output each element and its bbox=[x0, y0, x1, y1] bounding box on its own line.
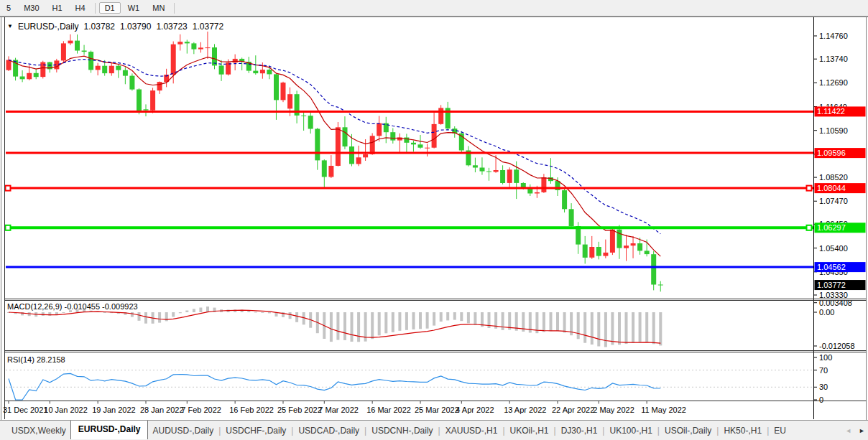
one-click-trading-icon[interactable]: ▼ bbox=[7, 24, 13, 29]
date-axis-label: 25 Feb 2022 bbox=[277, 406, 322, 414]
timeframe-button-W1[interactable]: W1 bbox=[122, 2, 146, 14]
chart-tab-xauusd-h1[interactable]: XAUUSD-,H1 bbox=[441, 423, 502, 439]
chart-close-value: 1.03772 bbox=[193, 22, 223, 32]
toolbar-separator bbox=[174, 3, 175, 14]
timeframe-button-H4[interactable]: H4 bbox=[70, 2, 91, 14]
date-axis-label: 2 May 2022 bbox=[593, 406, 634, 414]
date-axis-label: 16 Feb 2022 bbox=[229, 406, 274, 414]
chart-title: ▼ EURUSD-,Daily 1.03782 1.03790 1.03723 … bbox=[7, 22, 223, 32]
hline-handle[interactable] bbox=[6, 186, 11, 191]
date-axis-label: 11 May 2022 bbox=[641, 406, 686, 414]
rsi-pane-label: RSI(14) 28.2158 bbox=[7, 355, 65, 364]
date-axis-label: 7 Feb 2022 bbox=[181, 406, 221, 414]
macd-axis-label: -0.012058 bbox=[819, 342, 855, 350]
chart-tab-usoil-daily[interactable]: USOil-,Daily bbox=[660, 423, 716, 439]
axis-price-box-1.04562-text: 1.04562 bbox=[817, 263, 846, 271]
tab-scroll-right-icon[interactable]: ► bbox=[859, 427, 865, 434]
toolbar-separator bbox=[95, 3, 96, 14]
hline-handle[interactable] bbox=[807, 225, 812, 230]
date-axis-label: 7 Mar 2022 bbox=[318, 406, 359, 414]
price-axis-label: 1.05400 bbox=[819, 244, 848, 253]
date-axis-label: 10 Jan 2022 bbox=[44, 406, 88, 414]
chart-low-value: 1.03723 bbox=[156, 22, 187, 32]
axis-price-box-1.08044-text: 1.08044 bbox=[817, 184, 846, 192]
date-axis-label: 19 Jan 2022 bbox=[92, 406, 136, 414]
hline-handle[interactable] bbox=[6, 225, 11, 230]
price-axis-label: 1.08520 bbox=[819, 173, 848, 182]
chart-tab-dj30-h1[interactable]: DJ30-,H1 bbox=[557, 423, 602, 439]
rsi-axis-label: 30 bbox=[819, 383, 828, 391]
tab-scroll-left-icon[interactable]: ◄ bbox=[845, 427, 851, 434]
price-axis-label: 1.12690 bbox=[819, 78, 848, 87]
chart-tab-usdcad-daily[interactable]: USDCAD-,Daily bbox=[294, 423, 364, 439]
chart-tab-usdchf-daily[interactable]: USDCHF-,Daily bbox=[221, 423, 290, 439]
chart-tab-bar: USDX,WeeklyEURUSD-,DailyAUDUSD-,Daily|US… bbox=[0, 420, 868, 440]
rsi-indicator-name: RSI(14) bbox=[7, 355, 34, 364]
timeframe-button-5[interactable]: 5 bbox=[1, 2, 17, 14]
chart-tab-ukoil-h1[interactable]: UKOil-,H1 bbox=[506, 423, 553, 439]
date-axis-label: 16 Mar 2022 bbox=[366, 406, 411, 414]
price-axis-label: 1.07470 bbox=[819, 197, 848, 205]
timeframe-button-H1[interactable]: H1 bbox=[47, 2, 68, 14]
axis-price-box-1.11422-text: 1.11422 bbox=[817, 107, 845, 116]
macd-axis-label: 0.00 bbox=[819, 308, 834, 317]
axis-price-box-1.09596-text: 1.09596 bbox=[817, 149, 846, 157]
chart-tab-eurusd-daily[interactable]: EURUSD-,Daily bbox=[70, 420, 149, 439]
current-price-box-text: 1.03772 bbox=[817, 281, 846, 289]
timeframe-button-MN[interactable]: MN bbox=[147, 2, 170, 14]
macd-indicator-name: MACD(12,26,9) bbox=[7, 302, 62, 311]
chart-tab-eu[interactable]: EU bbox=[770, 423, 790, 439]
chart-tab-hk50-h1[interactable]: HK50-,H1 bbox=[719, 423, 766, 439]
date-axis-label: 13 Apr 2022 bbox=[504, 406, 546, 414]
price-axis-label: 1.10590 bbox=[819, 126, 848, 135]
macd-indicator-values: -0.010455 -0.009923 bbox=[64, 302, 137, 311]
chart-window: 1.147601.137401.126901.116401.105901.095… bbox=[0, 17, 868, 420]
chart-tab-audusd-daily[interactable]: AUDUSD-,Daily bbox=[148, 423, 218, 439]
date-axis-label: 25 Mar 2022 bbox=[415, 406, 459, 414]
rsi-axis-label: 0 bbox=[819, 395, 823, 404]
timeframe-button-D1[interactable]: D1 bbox=[99, 2, 121, 14]
chart-open-value: 1.03782 bbox=[84, 22, 115, 32]
chart-canvas[interactable]: 1.147601.137401.126901.116401.105901.095… bbox=[0, 17, 868, 420]
axis-price-box-1.06297-text: 1.06297 bbox=[817, 223, 846, 232]
macd-pane-label: MACD(12,26,9) -0.010455 -0.009923 bbox=[7, 302, 138, 311]
price-axis-label: 1.13740 bbox=[819, 55, 848, 63]
rsi-axis-label: 100 bbox=[819, 353, 832, 362]
date-axis-label: 31 Dec 2021 bbox=[3, 406, 47, 414]
chart-tab-uk100-h1[interactable]: UK100-,H1 bbox=[605, 423, 656, 439]
timeframe-toolbar: 5M30H1H4D1W1MN bbox=[0, 0, 868, 17]
date-axis-label: 28 Jan 2022 bbox=[140, 406, 184, 414]
hline-handle[interactable] bbox=[807, 186, 812, 191]
date-axis-label: 22 Apr 2022 bbox=[552, 406, 594, 414]
timeframe-button-M30[interactable]: M30 bbox=[18, 2, 45, 14]
macd-axis-label: 0.003408 bbox=[819, 299, 852, 307]
chart-symbol-period: EURUSD-,Daily bbox=[18, 22, 79, 32]
chart-tab-usdx-weekly[interactable]: USDX,Weekly bbox=[7, 423, 70, 439]
chart-high-value: 1.03790 bbox=[120, 22, 151, 32]
rsi-axis-label: 70 bbox=[819, 366, 828, 375]
date-axis-label: 4 Apr 2022 bbox=[456, 406, 494, 414]
chart-tab-usdcnh-daily[interactable]: USDCNH-,Daily bbox=[367, 423, 437, 439]
price-axis-label: 1.14760 bbox=[819, 32, 848, 40]
rsi-indicator-value: 28.2158 bbox=[37, 355, 65, 364]
tab-scroll-arrows: ◄ ► bbox=[841, 421, 865, 440]
